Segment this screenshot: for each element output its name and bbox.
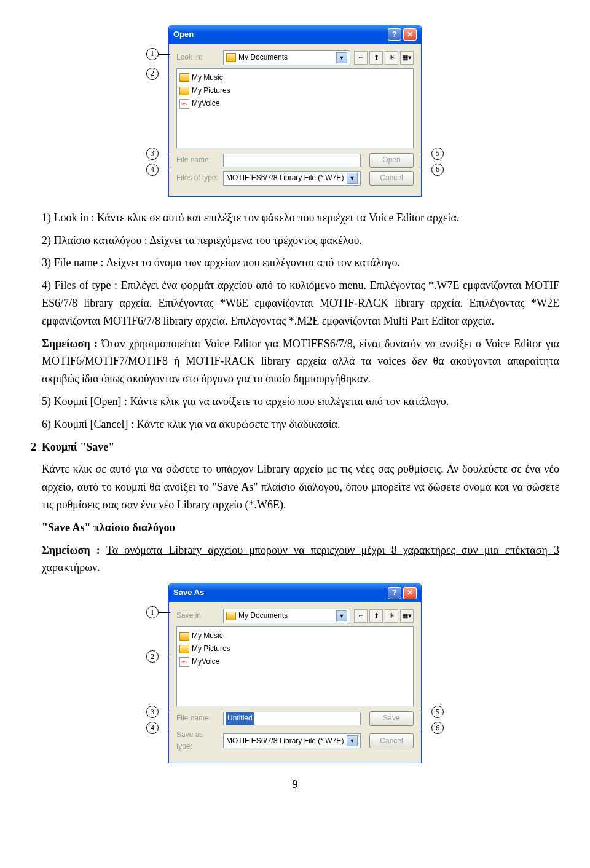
file-icon: res	[179, 657, 189, 667]
folder-icon	[226, 53, 236, 62]
viewmenu-icon[interactable]: ▦▾	[400, 609, 414, 623]
callout: 6	[431, 722, 444, 734]
folder-icon	[226, 612, 236, 620]
lookin-label: Look in:	[176, 52, 219, 63]
chevron-down-icon[interactable]: ▼	[336, 610, 347, 621]
callout: 5	[431, 148, 444, 160]
body-text: Κάντε κλικ σε αυτό για να σώσετε το υπάρ…	[42, 460, 559, 513]
body-text: 4) Files of type : Επιλέγει ένα φορμάτ α…	[42, 277, 559, 329]
sub-heading: "Save As" πλαίσιο διαλόγου	[42, 519, 559, 537]
callout: 1	[146, 606, 159, 618]
filename-label: File name:	[176, 154, 219, 166]
file-list[interactable]: My Music My Pictures resMyVoice	[176, 68, 414, 148]
list-item[interactable]: resMyVoice	[179, 655, 411, 668]
lookin-dropdown[interactable]: My Documents ▼	[223, 50, 350, 65]
titlebar: Save As ? ✕	[169, 583, 421, 602]
up-icon[interactable]: ⬆	[369, 51, 383, 65]
help-button[interactable]: ?	[388, 587, 401, 599]
close-button[interactable]: ✕	[403, 28, 417, 41]
callout: 3	[146, 706, 159, 718]
body-text: 1) Look in : Κάντε κλικ σε αυτό και επιλ…	[42, 209, 559, 227]
file-list[interactable]: My Music My Pictures resMyVoice	[176, 626, 414, 706]
open-dialog: Open ? ✕ Look in: My Documents ▼ ←	[168, 25, 422, 197]
back-icon[interactable]: ←	[354, 51, 368, 65]
viewmenu-icon[interactable]: ▦▾	[400, 51, 414, 65]
page-number: 9	[31, 776, 559, 794]
cancel-button[interactable]: Cancel	[369, 171, 414, 186]
folder-icon	[179, 87, 189, 95]
save-button[interactable]: Save	[369, 711, 414, 726]
folder-icon	[179, 645, 189, 653]
dialog-title: Save As	[173, 586, 204, 599]
folder-icon	[179, 73, 189, 82]
body-text: 6) Κουμπί [Cancel] : Κάντε κλικ για να α…	[42, 416, 559, 433]
filetype-label: Files of type:	[176, 172, 219, 184]
section-heading: 2 Κουμπί "Save"	[31, 438, 559, 456]
body-text: 2) Πλαίσιο καταλόγου : Δείχνει τα περιεχ…	[42, 232, 559, 250]
saveastype-label: Save as type:	[176, 729, 219, 752]
filename-input[interactable]	[223, 154, 361, 167]
callout: 2	[146, 650, 159, 663]
folder-icon	[179, 632, 189, 641]
callout: 4	[146, 164, 159, 176]
body-text: 3) File name : Δείχνει το όνομα των αρχε…	[42, 254, 559, 272]
open-button[interactable]: Open	[369, 153, 414, 168]
file-icon: res	[179, 99, 189, 109]
filename-label: File name:	[176, 712, 219, 724]
body-text: Σημείωση : Τα ονόματα Library αρχείου μπ…	[42, 542, 559, 577]
close-button[interactable]: ✕	[403, 587, 417, 599]
back-icon[interactable]: ←	[354, 609, 368, 623]
saveastype-dropdown[interactable]: MOTIF ES6/7/8 Library File (*.W7E) ▼	[223, 733, 361, 748]
body-text: Σημείωση : Όταν χρησιμοποιείται Voice Ed…	[42, 335, 559, 388]
callout: 3	[146, 148, 159, 160]
callout: 4	[146, 722, 159, 734]
callout: 5	[431, 706, 444, 718]
chevron-down-icon[interactable]: ▼	[336, 52, 347, 63]
list-item[interactable]: My Music	[179, 71, 411, 84]
savein-label: Save in:	[176, 610, 219, 621]
list-item[interactable]: My Music	[179, 629, 411, 642]
chevron-down-icon[interactable]: ▼	[347, 173, 358, 184]
list-item[interactable]: My Pictures	[179, 642, 411, 655]
callout: 1	[146, 48, 159, 60]
body-text: 5) Κουμπί [Open] : Κάντε κλικ για να ανο…	[42, 393, 559, 411]
callout: 2	[146, 68, 159, 80]
dialog-title: Open	[173, 28, 194, 41]
callout: 6	[431, 164, 444, 176]
savein-dropdown[interactable]: My Documents ▼	[223, 609, 350, 623]
list-item[interactable]: resMyVoice	[179, 97, 411, 110]
chevron-down-icon[interactable]: ▼	[347, 735, 358, 746]
newfolder-icon[interactable]: ✳	[385, 609, 398, 623]
list-item[interactable]: My Pictures	[179, 84, 411, 97]
saveas-dialog: Save As ? ✕ Save in: My Documents ▼ ←	[168, 583, 422, 763]
up-icon[interactable]: ⬆	[369, 609, 383, 623]
filename-input[interactable]: Untitled	[223, 712, 361, 725]
titlebar: Open ? ✕	[169, 25, 421, 44]
filetype-dropdown[interactable]: MOTIF ES6/7/8 Library File (*.W7E) ▼	[223, 171, 361, 186]
cancel-button[interactable]: Cancel	[369, 733, 414, 748]
newfolder-icon[interactable]: ✳	[385, 51, 398, 65]
help-button[interactable]: ?	[388, 28, 401, 41]
